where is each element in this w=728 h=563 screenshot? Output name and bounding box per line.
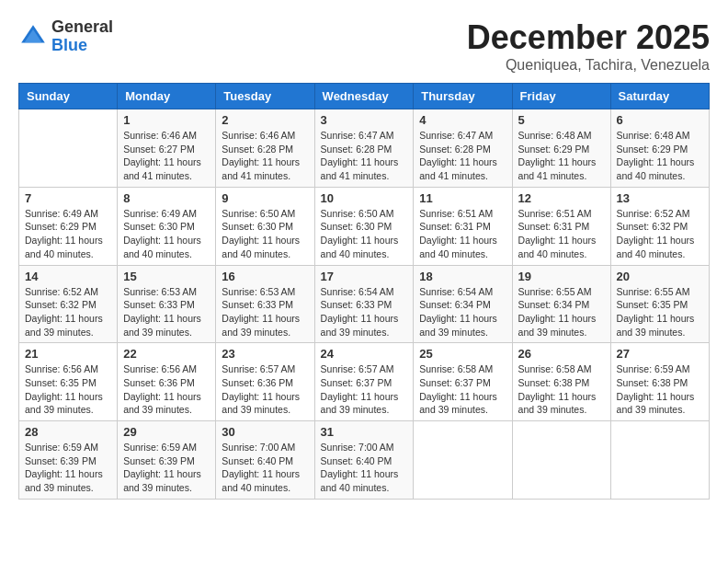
day-number: 2 <box>222 113 308 127</box>
day-info: Sunrise: 6:59 AMSunset: 6:39 PMDaylight:… <box>25 441 111 495</box>
calendar-cell: 29Sunrise: 6:59 AMSunset: 6:39 PMDayligh… <box>118 421 216 500</box>
day-info: Sunrise: 6:48 AMSunset: 6:29 PMDaylight:… <box>518 129 605 183</box>
day-info: Sunrise: 6:47 AMSunset: 6:28 PMDaylight:… <box>321 129 408 183</box>
day-info: Sunrise: 6:54 AMSunset: 6:33 PMDaylight:… <box>321 285 408 339</box>
day-number: 18 <box>419 270 506 283</box>
day-info: Sunrise: 6:56 AMSunset: 6:36 PMDaylight:… <box>123 362 210 417</box>
day-number: 7 <box>25 191 111 205</box>
title-area: December 2025 Queniquea, Tachira, Venezu… <box>467 18 710 74</box>
calendar-header: SundayMondayTuesdayWednesdayThursdayFrid… <box>19 84 710 109</box>
logo: General Blue <box>18 18 113 55</box>
calendar-cell <box>414 421 512 500</box>
day-number: 29 <box>123 425 210 439</box>
day-info: Sunrise: 6:47 AMSunset: 6:28 PMDaylight:… <box>419 129 506 183</box>
calendar-week-row: 14Sunrise: 6:52 AMSunset: 6:32 PMDayligh… <box>19 265 710 343</box>
day-info: Sunrise: 6:57 AMSunset: 6:36 PMDaylight:… <box>222 362 308 417</box>
calendar-cell: 7Sunrise: 6:49 AMSunset: 6:29 PMDaylight… <box>19 187 118 265</box>
day-number: 13 <box>617 191 703 205</box>
calendar-cell: 27Sunrise: 6:59 AMSunset: 6:38 PMDayligh… <box>610 343 709 421</box>
day-info: Sunrise: 6:55 AMSunset: 6:34 PMDaylight:… <box>518 285 605 339</box>
weekday-header: Monday <box>118 84 216 109</box>
day-number: 3 <box>321 113 408 127</box>
calendar-week-row: 28Sunrise: 6:59 AMSunset: 6:39 PMDayligh… <box>19 421 710 500</box>
page-container: General Blue December 2025 Queniquea, Ta… <box>18 18 710 500</box>
day-info: Sunrise: 6:52 AMSunset: 6:32 PMDaylight:… <box>617 207 703 261</box>
calendar-cell: 4Sunrise: 6:47 AMSunset: 6:28 PMDaylight… <box>414 109 512 188</box>
calendar-cell: 30Sunrise: 7:00 AMSunset: 6:40 PMDayligh… <box>216 421 314 500</box>
day-number: 5 <box>518 113 605 127</box>
day-number: 11 <box>419 191 506 205</box>
day-number: 23 <box>222 347 308 361</box>
day-number: 26 <box>518 347 605 361</box>
header: General Blue December 2025 Queniquea, Ta… <box>18 18 710 74</box>
calendar-cell: 8Sunrise: 6:49 AMSunset: 6:30 PMDaylight… <box>118 187 216 265</box>
calendar-cell: 14Sunrise: 6:52 AMSunset: 6:32 PMDayligh… <box>19 265 118 343</box>
day-info: Sunrise: 6:48 AMSunset: 6:29 PMDaylight:… <box>617 129 703 183</box>
day-number: 20 <box>617 270 703 283</box>
calendar-cell: 6Sunrise: 6:48 AMSunset: 6:29 PMDaylight… <box>610 109 709 188</box>
weekday-header: Wednesday <box>314 84 414 109</box>
calendar-cell: 23Sunrise: 6:57 AMSunset: 6:36 PMDayligh… <box>216 343 314 421</box>
calendar-cell: 9Sunrise: 6:50 AMSunset: 6:30 PMDaylight… <box>216 187 314 265</box>
weekday-header: Saturday <box>610 84 709 109</box>
calendar-cell: 25Sunrise: 6:58 AMSunset: 6:37 PMDayligh… <box>414 343 512 421</box>
calendar-cell: 16Sunrise: 6:53 AMSunset: 6:33 PMDayligh… <box>216 265 314 343</box>
calendar-cell: 26Sunrise: 6:58 AMSunset: 6:38 PMDayligh… <box>512 343 610 421</box>
day-info: Sunrise: 6:49 AMSunset: 6:30 PMDaylight:… <box>123 207 210 261</box>
calendar-cell <box>512 421 610 500</box>
calendar-cell: 11Sunrise: 6:51 AMSunset: 6:31 PMDayligh… <box>414 187 512 265</box>
day-number: 8 <box>123 191 210 205</box>
calendar-week-row: 1Sunrise: 6:46 AMSunset: 6:27 PMDaylight… <box>19 109 710 188</box>
day-number: 27 <box>617 347 703 361</box>
calendar-cell: 18Sunrise: 6:54 AMSunset: 6:34 PMDayligh… <box>414 265 512 343</box>
weekday-row: SundayMondayTuesdayWednesdayThursdayFrid… <box>19 84 710 109</box>
calendar-cell: 21Sunrise: 6:56 AMSunset: 6:35 PMDayligh… <box>19 343 118 421</box>
day-info: Sunrise: 6:46 AMSunset: 6:27 PMDaylight:… <box>123 129 210 183</box>
weekday-header: Tuesday <box>216 84 314 109</box>
calendar-cell: 3Sunrise: 6:47 AMSunset: 6:28 PMDaylight… <box>314 109 414 188</box>
day-info: Sunrise: 6:49 AMSunset: 6:29 PMDaylight:… <box>25 207 111 261</box>
day-number: 6 <box>617 113 703 127</box>
day-number: 21 <box>25 347 111 361</box>
day-info: Sunrise: 7:00 AMSunset: 6:40 PMDaylight:… <box>222 441 308 495</box>
day-number: 25 <box>419 347 506 361</box>
calendar-cell: 19Sunrise: 6:55 AMSunset: 6:34 PMDayligh… <box>512 265 610 343</box>
weekday-header: Friday <box>512 84 610 109</box>
calendar-cell: 1Sunrise: 6:46 AMSunset: 6:27 PMDaylight… <box>118 109 216 188</box>
calendar-cell <box>19 109 118 188</box>
day-number: 17 <box>321 270 408 283</box>
day-info: Sunrise: 6:50 AMSunset: 6:30 PMDaylight:… <box>321 207 408 261</box>
calendar-cell: 20Sunrise: 6:55 AMSunset: 6:35 PMDayligh… <box>610 265 709 343</box>
day-info: Sunrise: 6:51 AMSunset: 6:31 PMDaylight:… <box>419 207 506 261</box>
day-number: 24 <box>321 347 408 361</box>
calendar-cell <box>610 421 709 500</box>
day-info: Sunrise: 6:53 AMSunset: 6:33 PMDaylight:… <box>222 285 308 339</box>
logo-icon <box>18 22 48 52</box>
day-info: Sunrise: 6:59 AMSunset: 6:39 PMDaylight:… <box>123 441 210 495</box>
calendar-cell: 12Sunrise: 6:51 AMSunset: 6:31 PMDayligh… <box>512 187 610 265</box>
calendar-week-row: 21Sunrise: 6:56 AMSunset: 6:35 PMDayligh… <box>19 343 710 421</box>
calendar-cell: 22Sunrise: 6:56 AMSunset: 6:36 PMDayligh… <box>118 343 216 421</box>
day-number: 31 <box>321 425 408 439</box>
day-info: Sunrise: 6:59 AMSunset: 6:38 PMDaylight:… <box>617 362 703 417</box>
day-number: 14 <box>25 270 111 283</box>
day-info: Sunrise: 6:50 AMSunset: 6:30 PMDaylight:… <box>222 207 308 261</box>
day-number: 9 <box>222 191 308 205</box>
day-info: Sunrise: 6:56 AMSunset: 6:35 PMDaylight:… <box>25 362 111 417</box>
day-info: Sunrise: 6:55 AMSunset: 6:35 PMDaylight:… <box>617 285 703 339</box>
calendar-body: 1Sunrise: 6:46 AMSunset: 6:27 PMDaylight… <box>19 109 710 500</box>
calendar-table: SundayMondayTuesdayWednesdayThursdayFrid… <box>18 83 710 500</box>
day-info: Sunrise: 6:57 AMSunset: 6:37 PMDaylight:… <box>321 362 408 417</box>
day-info: Sunrise: 6:54 AMSunset: 6:34 PMDaylight:… <box>419 285 506 339</box>
calendar-cell: 2Sunrise: 6:46 AMSunset: 6:28 PMDaylight… <box>216 109 314 188</box>
calendar-cell: 28Sunrise: 6:59 AMSunset: 6:39 PMDayligh… <box>19 421 118 500</box>
calendar-cell: 24Sunrise: 6:57 AMSunset: 6:37 PMDayligh… <box>314 343 414 421</box>
day-number: 30 <box>222 425 308 439</box>
day-number: 4 <box>419 113 506 127</box>
calendar-week-row: 7Sunrise: 6:49 AMSunset: 6:29 PMDaylight… <box>19 187 710 265</box>
logo-blue: Blue <box>51 36 87 54</box>
calendar-cell: 15Sunrise: 6:53 AMSunset: 6:33 PMDayligh… <box>118 265 216 343</box>
weekday-header: Sunday <box>19 84 118 109</box>
day-info: Sunrise: 7:00 AMSunset: 6:40 PMDaylight:… <box>321 441 408 495</box>
day-number: 15 <box>123 270 210 283</box>
